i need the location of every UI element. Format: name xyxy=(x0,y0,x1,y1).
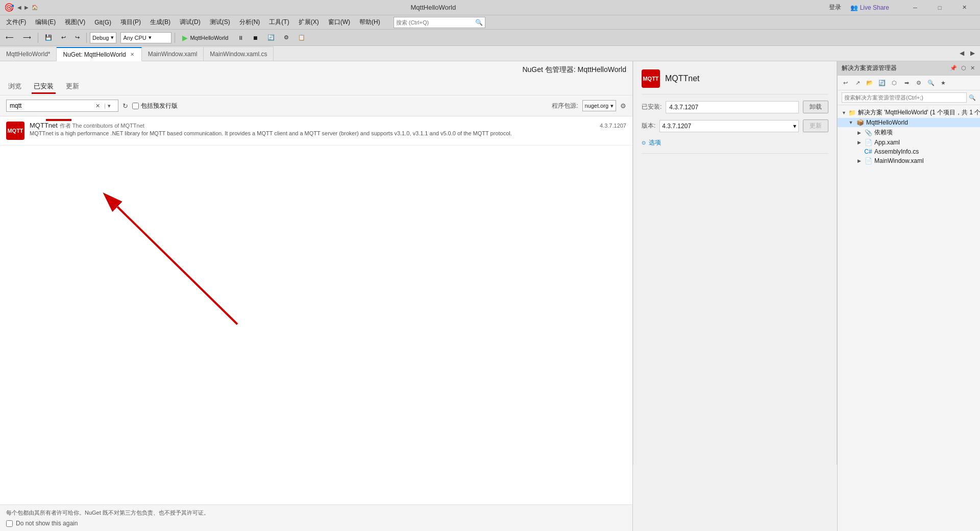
search-dropdown-arrow[interactable]: ▾ xyxy=(108,103,111,109)
tree-icon-solution: 📁 xyxy=(848,109,856,116)
menu-project[interactable]: 项目(P) xyxy=(116,17,145,28)
sub-tab-installed[interactable]: 已安装 xyxy=(32,81,56,93)
debug-config-arrow: ▾ xyxy=(111,34,114,41)
close-btn[interactable]: ✕ xyxy=(952,0,976,15)
sol-float-btn[interactable]: ⬡ xyxy=(960,64,967,73)
source-dropdown-arrow: ▾ xyxy=(610,103,614,109)
platform-dropdown[interactable]: Any CPU ▾ xyxy=(120,32,172,43)
debug-config-dropdown[interactable]: Debug ▾ xyxy=(90,32,116,43)
sol-tool-8[interactable]: 🔍 xyxy=(925,78,937,88)
menu-edit[interactable]: 编辑(E) xyxy=(31,17,60,28)
live-share-icon: 👥 xyxy=(850,4,858,11)
minimize-btn[interactable]: ─ xyxy=(903,0,927,15)
source-dropdown[interactable]: nuget.org ▾ xyxy=(582,100,616,111)
live-share-btn[interactable]: 👥 Live Share xyxy=(846,3,893,12)
package-desc: MQTTnet is a high performance .NET libra… xyxy=(30,130,626,137)
sol-close-btn[interactable]: ✕ xyxy=(969,64,976,73)
nuget-search-box[interactable]: ✕ | ▾ xyxy=(6,100,118,112)
sol-tool-7[interactable]: ⚙ xyxy=(913,78,924,88)
tab-nuget-close[interactable]: ✕ xyxy=(129,51,135,58)
tab-mainwindow-cs[interactable]: MainWindow.xaml.cs xyxy=(204,46,274,61)
version-select[interactable]: 4.3.7.1207 ▾ xyxy=(659,120,799,132)
sub-tab-updates[interactable]: 更新 xyxy=(64,81,81,93)
tree-item-deps[interactable]: ▶ 📎 依赖项 xyxy=(838,127,980,138)
sol-tool-1[interactable]: ↩ xyxy=(840,78,851,88)
solution-search-area: 🔍 xyxy=(838,90,980,105)
package-name-row: MQTTnet 作者 The contributors of MQTTnet 4… xyxy=(30,122,626,130)
sign-in[interactable]: 登录 xyxy=(829,3,841,12)
package-item-mqttnet[interactable]: MQTT MQTTnet 作者 The contributors of MQTT… xyxy=(0,116,632,146)
menu-view[interactable]: 视图(V) xyxy=(61,17,89,28)
do-not-show-row[interactable]: Do not show this again xyxy=(6,520,626,527)
menu-tools[interactable]: 工具(T) xyxy=(265,17,293,28)
tab-mainwindow-cs-label: MainWindow.xaml.cs xyxy=(210,51,267,58)
tab-mqtthelloworld[interactable]: MqttHelloWorld* xyxy=(0,46,57,61)
sol-tool-4[interactable]: 🔄 xyxy=(876,78,888,88)
sol-tool-2[interactable]: ↗ xyxy=(852,78,863,88)
toolbar-undo-btn[interactable]: ↩ xyxy=(58,33,69,42)
global-search-box[interactable]: 🔍 xyxy=(394,17,485,28)
toolbar-save-btn[interactable]: 💾 xyxy=(41,33,56,42)
nuget-search-input[interactable] xyxy=(10,102,91,109)
prerelease-check[interactable]: 包括预发行版 xyxy=(132,102,178,110)
sol-tool-9[interactable]: ★ xyxy=(938,78,949,88)
tree-item-appxaml[interactable]: ▶ 📄 App.xaml xyxy=(838,138,980,147)
menu-build[interactable]: 生成(B) xyxy=(146,17,175,28)
toolbar-extra2-btn[interactable]: 📋 xyxy=(295,33,309,42)
clear-search-btn[interactable]: ✕ xyxy=(93,102,102,110)
toolbar-redo-btn[interactable]: ↪ xyxy=(71,33,83,42)
tree-item-solution[interactable]: ▼ 📁 解决方案 'MqttHelloWorld' (1 个项目，共 1 个) xyxy=(838,107,980,118)
detail-logo: MQTT xyxy=(642,69,660,88)
tab-nuget[interactable]: NuGet: MqttHelloWorld ✕ xyxy=(57,47,141,61)
uninstall-btn[interactable]: 卸载 xyxy=(803,101,828,113)
menu-analyze[interactable]: 分析(N) xyxy=(235,17,264,28)
prerelease-checkbox[interactable] xyxy=(132,103,139,109)
installed-row: 已安装: 4.3.7.1207 卸载 xyxy=(642,101,828,113)
sol-tool-3[interactable]: 📂 xyxy=(864,78,875,88)
refresh-btn[interactable]: ↻ xyxy=(122,102,128,110)
search-divider: | xyxy=(104,103,106,109)
solution-search-icon: 🔍 xyxy=(969,94,976,101)
main-content: NuGet 包管理器: MqttHelloWorld 浏览 已安装 更新 ✕ |… xyxy=(0,61,980,531)
home-icon[interactable]: 🏠 xyxy=(32,5,38,10)
platform-label: Any CPU xyxy=(123,35,146,41)
search-row: ✕ | ▾ ↻ 包括预发行版 程序包源: nuget.org ▾ ⚙ xyxy=(0,95,632,116)
menu-file[interactable]: 文件(F) xyxy=(2,17,30,28)
maximize-btn[interactable]: □ xyxy=(928,0,951,15)
menu-ext[interactable]: 扩展(X) xyxy=(295,17,323,28)
global-search-input[interactable] xyxy=(396,19,473,26)
toolbar-pause-btn[interactable]: ⏸ xyxy=(234,33,247,42)
sol-pin-btn[interactable]: 📌 xyxy=(949,64,958,73)
toolbar-back-btn[interactable]: ⟵ xyxy=(2,33,17,42)
do-not-show-checkbox[interactable] xyxy=(6,520,13,527)
menu-debug[interactable]: 调试(D) xyxy=(176,17,205,28)
options-row[interactable]: ⊙ 选项 xyxy=(642,138,828,147)
toolbar-restart-btn[interactable]: 🔄 xyxy=(264,33,278,42)
tab-mainwindow-xaml[interactable]: MainWindow.xaml xyxy=(142,46,204,61)
nav-forward[interactable]: ▶ xyxy=(24,5,29,10)
sol-tool-6[interactable]: ➡ xyxy=(901,78,912,88)
menu-window[interactable]: 窗口(W) xyxy=(324,17,354,28)
tab-nav-next[interactable]: ▶ xyxy=(967,45,978,61)
license-text: 每个包都由其所有者许可给你。NuGet 既不对第三方包负责、也不授予其许可证。 xyxy=(6,509,626,517)
tree-view: ▼ 📁 解决方案 'MqttHelloWorld' (1 个项目，共 1 个) … xyxy=(838,105,980,531)
menu-test[interactable]: 测试(S) xyxy=(206,17,234,28)
installed-value: 4.3.7.1207 xyxy=(666,101,799,113)
sol-tool-5[interactable]: ⬡ xyxy=(889,78,900,88)
toolbar-stop-btn[interactable]: ⏹ xyxy=(249,33,262,42)
menu-git[interactable]: Git(G) xyxy=(90,18,115,27)
tree-item-mainwindow[interactable]: ▶ 📄 MainWindow.xaml xyxy=(838,156,980,165)
update-btn[interactable]: 更新 xyxy=(803,119,828,132)
tree-item-assemblyinfo[interactable]: C# AssemblyInfo.cs xyxy=(838,147,980,156)
toolbar-extra1-btn[interactable]: ⚙ xyxy=(280,33,292,42)
nuget-settings-btn[interactable]: ⚙ xyxy=(620,102,626,110)
tab-nav-prev[interactable]: ◀ xyxy=(957,45,967,61)
title-bar-right: 登录 👥 Live Share ─ □ ✕ xyxy=(829,0,976,15)
run-btn[interactable]: ▶ MqttHelloWorld xyxy=(178,33,232,43)
solution-search-input[interactable] xyxy=(842,92,967,103)
menu-help[interactable]: 帮助(H) xyxy=(355,17,384,28)
tree-item-project[interactable]: ▼ 📦 MqttHelloWorld xyxy=(838,118,980,127)
toolbar-forward-btn[interactable]: ⟶ xyxy=(19,33,35,42)
nav-back[interactable]: ◀ xyxy=(17,5,21,10)
sub-tab-browse[interactable]: 浏览 xyxy=(6,81,23,93)
